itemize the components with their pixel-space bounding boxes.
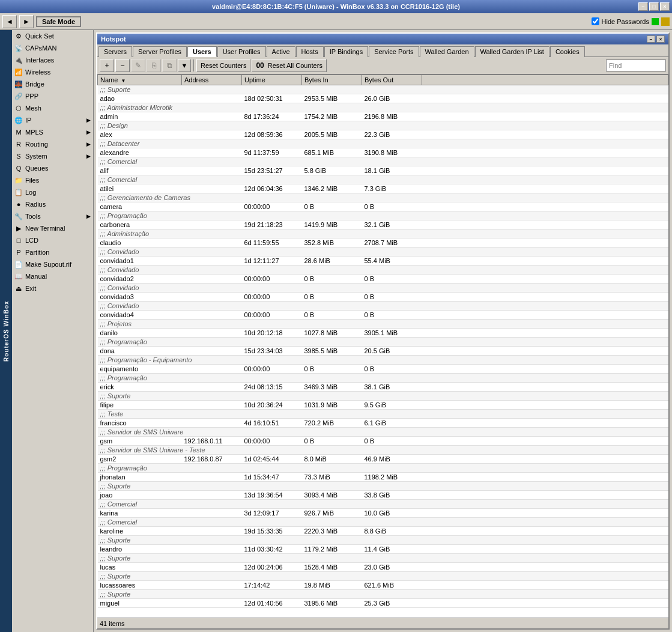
find-input[interactable] xyxy=(606,59,666,71)
hotspot-minimize-btn[interactable]: − xyxy=(647,35,655,43)
users-table-container[interactable]: Name ▼ Address Uptime Bytes In Bytes Out… xyxy=(97,74,668,618)
table-row[interactable]: alif15d 23:51:275.8 GiB18.1 GiB xyxy=(98,166,668,175)
cell-address xyxy=(182,545,242,554)
comment-row: ;;; Comercial xyxy=(98,518,668,527)
sidebar-item-ppp[interactable]: 🔗PPP xyxy=(12,90,93,102)
table-row[interactable]: adao18d 02:50:312953.5 MiB26.0 GiB xyxy=(98,94,668,103)
comment-cell: ;;; Comercial xyxy=(98,518,422,527)
cell-bytes-in: 1031.9 MiB xyxy=(302,401,362,410)
copy-btn[interactable]: ⎘ xyxy=(147,59,161,72)
table-row[interactable]: karina3d 12:09:17926.7 MiB10.0 GiB xyxy=(98,509,668,518)
table-row[interactable]: admin8d 17:36:241754.2 MiB2196.8 MiB xyxy=(98,112,668,121)
table-row[interactable]: gsm2192.168.0.871d 02:45:448.0 MiB46.9 M… xyxy=(98,455,668,464)
hotspot-title-controls: − × xyxy=(647,35,665,43)
table-row[interactable]: danilo10d 20:12:181027.8 MiB3905.1 MiB xyxy=(98,329,668,338)
col-uptime[interactable]: Uptime xyxy=(242,75,302,85)
filter-btn[interactable]: ▼ xyxy=(178,59,191,72)
sidebar-item-quick-set[interactable]: ⚙Quick Set xyxy=(12,30,93,42)
tab-service-ports[interactable]: Service Ports xyxy=(369,46,419,57)
col-address[interactable]: Address xyxy=(182,75,242,85)
table-row[interactable]: lucas12d 00:24:061528.4 MiB23.0 GiB xyxy=(98,563,668,572)
comment-cell: ;;; Suporte xyxy=(98,554,422,563)
comment-cell: ;;; Convidado xyxy=(98,248,422,257)
sidebar-item-wireless[interactable]: 📶Wireless xyxy=(12,66,93,78)
sidebar-item-exit[interactable]: ⏏Exit xyxy=(12,282,93,294)
close-btn[interactable]: × xyxy=(660,2,670,11)
comment-cell: ;;; Suporte xyxy=(98,85,422,94)
forward-btn[interactable]: ► xyxy=(19,15,34,28)
top-toolbar: ◄ ► Safe Mode Hide Passwords xyxy=(0,13,672,30)
sidebar-item-new-terminal[interactable]: ▶New Terminal xyxy=(12,222,93,234)
minimize-btn[interactable]: − xyxy=(638,2,648,11)
tab-ip-bindings[interactable]: IP Bindings xyxy=(324,46,368,57)
sidebar-item-mesh[interactable]: ⬡Mesh xyxy=(12,102,93,114)
sidebar-item-capsman[interactable]: 📡CAPsMAN xyxy=(12,42,93,54)
maximize-btn[interactable]: □ xyxy=(649,2,659,11)
table-row[interactable]: francisco4d 16:10:51720.2 MiB6.1 GiB xyxy=(98,419,668,428)
col-bytes-out[interactable]: Bytes Out xyxy=(362,75,422,85)
table-row[interactable]: equipamento00:00:000 B0 B xyxy=(98,365,668,374)
table-row[interactable]: alexandre9d 11:37:59685.1 MiB3190.8 MiB xyxy=(98,148,668,157)
table-row[interactable]: jhonatan1d 15:34:4773.3 MiB1198.2 MiB xyxy=(98,473,668,482)
tab-walled-garden-ip[interactable]: Walled Garden IP List xyxy=(475,46,549,57)
table-row[interactable]: claudio6d 11:59:55352.8 MiB2708.7 MiB xyxy=(98,239,668,248)
table-row[interactable]: filipe10d 20:36:241031.9 MiB9.5 GiB xyxy=(98,401,668,410)
tab-servers[interactable]: Servers xyxy=(98,46,132,57)
table-row[interactable]: lucassoares17:14:4219.8 MiB621.6 MiB xyxy=(98,581,668,590)
sidebar-item-lcd[interactable]: □LCD xyxy=(12,234,93,246)
hotspot-close-btn[interactable]: × xyxy=(656,35,665,43)
tab-server-profiles[interactable]: Server Profiles xyxy=(133,46,187,57)
tab-cookies[interactable]: Cookies xyxy=(550,46,585,57)
sidebar-item-interfaces[interactable]: 🔌Interfaces xyxy=(12,54,93,66)
tab-user-profiles[interactable]: User Profiles xyxy=(217,46,266,57)
sidebar-item-routing[interactable]: RRouting▶ xyxy=(12,138,93,150)
table-row[interactable]: leandro11d 03:30:421179.2 MiB11.4 GiB xyxy=(98,545,668,554)
col-name[interactable]: Name ▼ xyxy=(98,75,182,85)
table-row[interactable]: carbonera19d 21:18:231419.9 MiB32.1 GiB xyxy=(98,220,668,229)
cell-name: erick xyxy=(98,383,182,392)
tab-users[interactable]: Users xyxy=(187,46,217,57)
reset-counters-btn[interactable]: Reset Counters xyxy=(196,59,250,72)
table-row[interactable]: alex12d 08:59:362005.5 MiB22.3 GiB xyxy=(98,130,668,139)
table-row[interactable]: karoline19d 15:33:352220.3 MiB8.8 GiB xyxy=(98,527,668,536)
sidebar-item-mpls[interactable]: MMPLS▶ xyxy=(12,126,93,138)
table-row[interactable]: convidado400:00:000 B0 B xyxy=(98,311,668,320)
table-row[interactable]: miguel12d 01:40:563195.6 MiB25.3 GiB xyxy=(98,599,668,608)
sidebar-item-make-supout[interactable]: 📄Make Supout.rif xyxy=(12,258,93,270)
sidebar-item-radius[interactable]: ●Radius xyxy=(12,198,93,210)
sidebar-item-system[interactable]: SSystem▶ xyxy=(12,150,93,162)
cell-bytes-in: 2953.5 MiB xyxy=(302,94,362,103)
col-bytes-in[interactable]: Bytes In xyxy=(302,75,362,85)
reset-all-counters-btn[interactable]: 00 Reset All Counters xyxy=(252,59,326,72)
safe-mode-button[interactable]: Safe Mode xyxy=(36,16,81,27)
table-row[interactable]: convidado11d 12:11:2728.6 MiB55.4 MiB xyxy=(98,257,668,266)
sidebar-item-manual[interactable]: 📖Manual xyxy=(12,270,93,282)
cell-bytes-out: 26.0 GiB xyxy=(362,94,422,103)
comment-row: ;;; Projetos xyxy=(98,320,668,329)
table-row[interactable]: erick24d 08:13:153469.3 MiB38.1 GiB xyxy=(98,383,668,392)
table-row[interactable]: atilei12d 06:04:361346.2 MiB7.3 GiB xyxy=(98,184,668,193)
table-row[interactable]: dona15d 23:34:033985.5 MiB20.5 GiB xyxy=(98,347,668,356)
hide-passwords-checkbox[interactable] xyxy=(592,17,599,25)
edit-btn[interactable]: ✎ xyxy=(131,59,145,72)
comment-cell: ;;; Programação xyxy=(98,338,422,347)
sidebar-item-queues[interactable]: QQueues xyxy=(12,162,93,174)
sidebar-item-bridge[interactable]: 🌉Bridge xyxy=(12,78,93,90)
sidebar-item-tools[interactable]: 🔧Tools▶ xyxy=(12,210,93,222)
sidebar-item-partition[interactable]: PPartition xyxy=(12,246,93,258)
table-row[interactable]: convidado300:00:000 B0 B xyxy=(98,293,668,302)
remove-btn[interactable]: − xyxy=(115,59,130,72)
table-row[interactable]: camera00:00:000 B0 B xyxy=(98,202,668,211)
table-row[interactable]: joao13d 19:36:543093.4 MiB33.8 GiB xyxy=(98,491,668,500)
tab-hosts[interactable]: Hosts xyxy=(296,46,324,57)
table-row[interactable]: convidado200:00:000 B0 B xyxy=(98,275,668,284)
sidebar-item-log[interactable]: 📋Log xyxy=(12,186,93,198)
sidebar-item-ip[interactable]: 🌐IP▶ xyxy=(12,114,93,126)
tab-walled-garden[interactable]: Walled Garden xyxy=(420,46,474,57)
tab-active[interactable]: Active xyxy=(267,46,295,57)
sidebar-item-files[interactable]: 📁Files xyxy=(12,174,93,186)
add-btn[interactable]: + xyxy=(100,59,114,72)
back-btn[interactable]: ◄ xyxy=(2,15,17,28)
paste-btn[interactable]: ⧉ xyxy=(162,59,177,72)
table-row[interactable]: gsm192.168.0.1100:00:000 B0 B xyxy=(98,437,668,446)
